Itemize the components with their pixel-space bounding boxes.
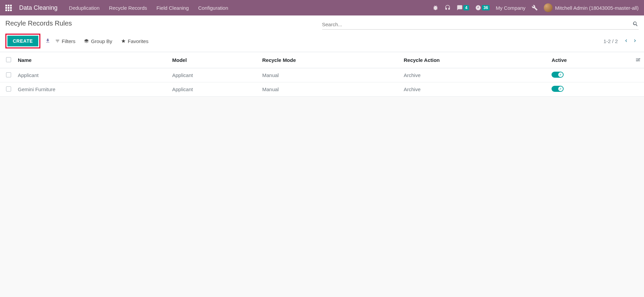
- navbar-left: Data Cleaning Deduplication Recycle Reco…: [5, 4, 228, 11]
- navbar-right: 4 36 My Company Mitchell Admin (18043005…: [432, 3, 639, 12]
- table-row[interactable]: Gemini Furniture Applicant Manual Archiv…: [0, 82, 644, 97]
- page-title: Recyle Records Rules: [5, 20, 322, 27]
- favorites-button[interactable]: Favorites: [121, 38, 149, 44]
- svg-point-1: [638, 59, 639, 60]
- th-name[interactable]: Name: [14, 52, 169, 68]
- activities-icon[interactable]: 36: [475, 5, 490, 11]
- cell-model: Applicant: [169, 82, 259, 97]
- th-action[interactable]: Recycle Action: [400, 52, 548, 68]
- app-brand[interactable]: Data Cleaning: [19, 4, 58, 11]
- columns-options-icon[interactable]: [635, 58, 641, 63]
- cp-top: Recyle Records Rules: [5, 20, 639, 30]
- activities-badge: 36: [482, 5, 490, 10]
- row-checkbox[interactable]: [6, 72, 11, 77]
- select-all-checkbox[interactable]: [6, 57, 11, 62]
- th-model[interactable]: Model: [169, 52, 259, 68]
- svg-point-2: [637, 61, 638, 62]
- bug-icon[interactable]: [432, 5, 439, 11]
- cp-bottom: CREATE Filters Group By Favorites 1-2 / …: [5, 34, 639, 48]
- import-icon[interactable]: [45, 38, 50, 44]
- support-icon[interactable]: [445, 5, 451, 11]
- search-input[interactable]: [322, 22, 633, 27]
- groupby-button[interactable]: Group By: [84, 38, 112, 44]
- messages-icon[interactable]: 4: [457, 5, 469, 11]
- user-label: Mitchell Admin (18043005-master-all): [555, 5, 639, 11]
- company-switcher[interactable]: My Company: [496, 5, 525, 11]
- th-active[interactable]: Active: [548, 52, 632, 68]
- control-panel: Recyle Records Rules CREATE Filters Gro: [0, 15, 644, 52]
- search-wrap: [322, 20, 639, 30]
- nav-recycle-records[interactable]: Recycle Records: [109, 5, 147, 11]
- th-mode[interactable]: Recycle Mode: [259, 52, 401, 68]
- pager-prev[interactable]: [622, 38, 630, 45]
- cp-right: 1-2 / 2: [603, 38, 639, 45]
- groupby-label: Group By: [91, 38, 112, 44]
- pager-nav: [622, 38, 639, 45]
- cell-mode: Manual: [259, 82, 401, 97]
- cell-action: Archive: [400, 68, 548, 82]
- create-button[interactable]: CREATE: [7, 36, 38, 46]
- cell-name: Gemini Furniture: [14, 82, 169, 97]
- active-toggle[interactable]: [552, 72, 564, 78]
- rules-table: Name Model Recycle Mode Recycle Action A…: [0, 52, 644, 97]
- user-menu[interactable]: Mitchell Admin (18043005-master-all): [544, 3, 639, 12]
- cell-name: Applicant: [14, 68, 169, 82]
- top-navbar: Data Cleaning Deduplication Recycle Reco…: [0, 0, 644, 15]
- tools-icon[interactable]: [532, 5, 538, 11]
- table-wrap: Name Model Recycle Mode Recycle Action A…: [0, 52, 644, 97]
- nav-deduplication[interactable]: Deduplication: [69, 5, 100, 11]
- active-toggle[interactable]: [552, 86, 564, 92]
- search-icon[interactable]: [633, 21, 639, 28]
- cell-mode: Manual: [259, 68, 401, 82]
- cell-model: Applicant: [169, 68, 259, 82]
- avatar: [544, 3, 553, 12]
- create-highlight: CREATE: [5, 34, 40, 48]
- favorites-label: Favorites: [128, 38, 149, 44]
- cp-center: Filters Group By Favorites: [50, 38, 604, 44]
- filters-label: Filters: [62, 38, 76, 44]
- nav-field-cleaning[interactable]: Field Cleaning: [156, 5, 189, 11]
- apps-icon[interactable]: [5, 5, 12, 11]
- table-row[interactable]: Applicant Applicant Manual Archive: [0, 68, 644, 82]
- pager-text: 1-2 / 2: [603, 38, 618, 44]
- nav-configuration[interactable]: Configuration: [198, 5, 228, 11]
- pager-next[interactable]: [631, 38, 639, 45]
- nav-links: Deduplication Recycle Records Field Clea…: [69, 5, 228, 11]
- row-checkbox[interactable]: [6, 86, 11, 91]
- cell-action: Archive: [400, 82, 548, 97]
- cp-left: CREATE: [5, 34, 50, 48]
- svg-point-0: [639, 58, 640, 59]
- messages-badge: 4: [463, 5, 469, 10]
- filters-button[interactable]: Filters: [55, 38, 76, 44]
